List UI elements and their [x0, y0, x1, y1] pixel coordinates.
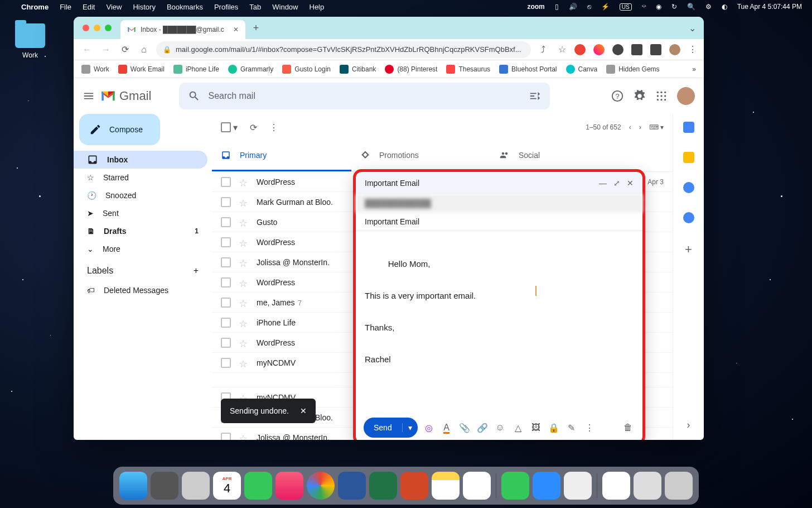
sidepanel-icon[interactable]: [650, 44, 661, 55]
row-star-icon[interactable]: ☆: [239, 358, 249, 368]
send-options-dropdown[interactable]: ▾: [402, 423, 418, 432]
tasks-app-icon[interactable]: [683, 182, 694, 193]
bluetooth-icon[interactable]: ⎋: [587, 3, 591, 11]
finder-app-icon[interactable]: [119, 472, 147, 500]
bookmark-gusto[interactable]: Gusto Login: [282, 65, 331, 74]
bookmark-iphone-life[interactable]: iPhone Life: [173, 65, 219, 74]
add-app-icon[interactable]: +: [685, 242, 692, 257]
new-tab-button[interactable]: +: [253, 22, 259, 34]
menu-bookmarks[interactable]: Bookmarks: [167, 3, 203, 11]
account-avatar[interactable]: [677, 87, 695, 105]
preview-app-icon[interactable]: [564, 472, 592, 500]
select-all-checkbox[interactable]: ▾: [221, 122, 238, 133]
notes-app-icon[interactable]: [432, 472, 460, 500]
bookmark-pinterest[interactable]: (88) Pinterest: [385, 65, 437, 74]
row-checkbox[interactable]: [221, 277, 231, 287]
input-source[interactable]: US: [620, 3, 632, 11]
insert-photo-icon[interactable]: 🖼: [529, 423, 543, 433]
reload-button[interactable]: ⟳: [118, 43, 132, 56]
menu-window[interactable]: Window: [272, 3, 298, 11]
row-checkbox[interactable]: [221, 257, 231, 267]
insert-emoji-icon[interactable]: ☺: [494, 423, 507, 433]
bookmark-citibank[interactable]: Citibank: [340, 65, 376, 74]
bookmarks-overflow-icon[interactable]: »: [692, 65, 696, 73]
address-bar[interactable]: 🔒 mail.google.com/mail/u/1/#inbox?compos…: [156, 41, 531, 58]
row-star-icon[interactable]: ☆: [239, 277, 249, 287]
tab-promotions[interactable]: Promotions: [351, 141, 491, 171]
more-actions-icon[interactable]: ⋮: [269, 122, 278, 133]
toast-close-icon[interactable]: ✕: [300, 406, 307, 415]
slack-app-icon[interactable]: [463, 472, 491, 500]
menu-edit[interactable]: Edit: [83, 3, 95, 11]
settings-app-icon[interactable]: [151, 472, 178, 500]
compose-header[interactable]: Important Email — ⤢ ✕: [356, 172, 642, 194]
row-checkbox[interactable]: [221, 433, 231, 440]
row-star-icon[interactable]: ☆: [239, 197, 249, 207]
tabs-menu-icon[interactable]: ⌄: [689, 23, 696, 33]
bookmark-thesaurus[interactable]: Thesaurus: [446, 65, 490, 74]
menu-tab[interactable]: Tab: [249, 3, 261, 11]
refresh-button[interactable]: ⟳: [250, 122, 257, 133]
keep-app-icon[interactable]: [683, 152, 694, 163]
messages-app-icon[interactable]: [244, 472, 272, 500]
menubar-app[interactable]: Chrome: [21, 3, 49, 11]
chrome-menu-icon[interactable]: ⋮: [688, 44, 697, 55]
charging-icon[interactable]: ⚡: [601, 3, 610, 11]
main-menu-icon[interactable]: [83, 90, 95, 102]
chrome-app-icon[interactable]: [307, 472, 335, 500]
excel-app-icon[interactable]: [369, 472, 397, 500]
compose-button[interactable]: Compose: [79, 114, 160, 145]
label-deleted-messages[interactable]: 🏷 Deleted Messages: [74, 281, 207, 299]
calendar-app-icon[interactable]: [683, 122, 694, 133]
extensions-puzzle-icon[interactable]: [612, 44, 624, 55]
dock-file-icon[interactable]: [602, 472, 630, 500]
row-checkbox[interactable]: [221, 298, 231, 308]
menu-file[interactable]: File: [60, 3, 71, 11]
menu-profiles[interactable]: Profiles: [214, 3, 238, 11]
browser-tab[interactable]: Inbox - ███████@gmail.c ✕: [120, 20, 245, 39]
user-icon[interactable]: ◉: [656, 3, 661, 11]
menu-view[interactable]: View: [106, 3, 122, 11]
add-label-button[interactable]: +: [194, 266, 199, 276]
bookmark-work-email[interactable]: Work Email: [118, 65, 165, 74]
search-input[interactable]: Search mail: [179, 83, 550, 109]
nav-snoozed[interactable]: 🕐 Snoozed: [74, 186, 207, 204]
insert-link-icon[interactable]: 🔗: [476, 423, 489, 433]
tab-social[interactable]: Social: [491, 141, 630, 171]
nav-sent[interactable]: ➤ Sent: [74, 204, 207, 222]
input-tools-icon[interactable]: ⌨ ▾: [649, 123, 664, 131]
menu-help[interactable]: Help: [310, 3, 325, 11]
row-star-icon[interactable]: ☆: [239, 298, 249, 308]
nav-inbox[interactable]: Inbox: [74, 151, 207, 169]
tab-close-icon[interactable]: ✕: [233, 26, 239, 33]
attach-file-icon[interactable]: 📎: [458, 423, 471, 433]
contacts-app-icon[interactable]: [683, 212, 694, 223]
apps-grid-icon[interactable]: [656, 90, 667, 102]
extension-icon[interactable]: [593, 44, 605, 55]
word-app-icon[interactable]: [338, 472, 366, 500]
siri-icon[interactable]: ◐: [722, 3, 727, 11]
text-color-icon[interactable]: A: [440, 423, 453, 433]
back-button[interactable]: ←: [80, 43, 94, 56]
window-close-button[interactable]: [83, 25, 89, 31]
compose-fullscreen-icon[interactable]: ⤢: [613, 179, 620, 188]
bookmark-work[interactable]: Work: [81, 65, 109, 74]
next-page-icon[interactable]: ›: [639, 123, 641, 131]
row-star-icon[interactable]: ☆: [239, 433, 249, 440]
send-button[interactable]: Send ▾: [364, 418, 418, 438]
zoom-app-icon[interactable]: [533, 472, 560, 500]
wifi-icon[interactable]: ⌔: [642, 3, 646, 11]
bookmark-hidden-gems[interactable]: Hidden Gems: [606, 65, 659, 74]
bookmark-star-icon[interactable]: ☆: [555, 43, 569, 56]
row-checkbox[interactable]: [221, 197, 231, 207]
bookmark-grammarly[interactable]: Grammarly: [228, 65, 273, 74]
signature-icon[interactable]: ✎: [565, 423, 578, 433]
launchpad-app-icon[interactable]: [182, 472, 210, 500]
dock-file-icon[interactable]: [634, 472, 661, 500]
row-star-icon[interactable]: ☆: [239, 257, 249, 267]
forward-button[interactable]: →: [99, 43, 113, 56]
home-button[interactable]: ⌂: [137, 43, 151, 56]
music-app-icon[interactable]: [276, 472, 303, 500]
control-center-icon[interactable]: ⚙: [705, 3, 712, 11]
zoom-status[interactable]: zoom: [527, 3, 544, 11]
